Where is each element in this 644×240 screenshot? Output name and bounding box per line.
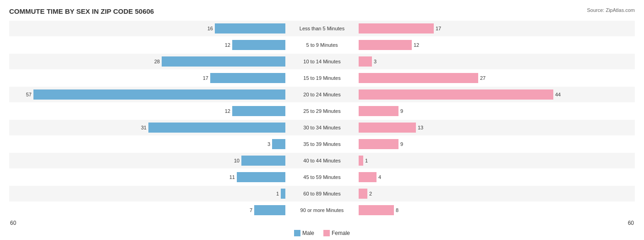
- left-col: 10: [9, 156, 285, 166]
- right-col: 9: [359, 106, 635, 116]
- row-label: 40 to 44 Minutes: [285, 158, 359, 163]
- male-value: 10: [230, 158, 240, 163]
- female-value: 8: [396, 207, 405, 213]
- female-value: 4: [378, 174, 387, 180]
- left-col: 16: [9, 23, 285, 33]
- left-col: 31: [9, 123, 285, 133]
- male-value: 11: [226, 174, 235, 180]
- chart-row: 16Less than 5 Minutes17: [9, 21, 635, 36]
- female-label: Female: [332, 230, 350, 236]
- male-value: 12: [221, 42, 230, 48]
- right-col: 9: [359, 139, 635, 149]
- right-col: 17: [359, 23, 635, 33]
- female-value: 13: [418, 125, 427, 130]
- female-value: 3: [374, 59, 383, 64]
- male-value: 7: [243, 207, 252, 213]
- right-col: 13: [359, 123, 635, 133]
- right-col: 8: [359, 205, 635, 215]
- row-label: 60 to 89 Minutes: [285, 191, 359, 196]
- left-col: 3: [9, 139, 285, 149]
- female-value: 12: [414, 42, 423, 48]
- female-bar: [359, 156, 363, 166]
- row-label: 5 to 9 Minutes: [285, 42, 359, 48]
- chart-row: 160 to 89 Minutes2: [9, 186, 635, 201]
- row-label: 35 to 39 Minutes: [285, 141, 359, 147]
- male-value: 3: [261, 141, 270, 147]
- chart-area: 16Less than 5 Minutes17125 to 9 Minutes1…: [9, 21, 635, 218]
- female-value: 2: [369, 191, 378, 196]
- female-bar: [359, 89, 553, 100]
- left-col: 57: [9, 89, 285, 100]
- left-col: 12: [9, 40, 285, 50]
- female-bar: [359, 73, 478, 83]
- male-value: 28: [151, 59, 160, 64]
- male-value: 1: [270, 191, 279, 196]
- chart-row: 2810 to 14 Minutes3: [9, 54, 635, 69]
- male-bar: [272, 139, 285, 149]
- left-col: 11: [9, 172, 285, 182]
- male-value: 16: [204, 26, 213, 31]
- right-col: 4: [359, 172, 635, 182]
- male-bar: [241, 156, 285, 166]
- legend: Male Female: [9, 230, 635, 236]
- left-col: 1: [9, 189, 285, 199]
- row-label: 25 to 29 Minutes: [285, 108, 359, 114]
- male-value: 57: [22, 92, 32, 97]
- male-bar: [254, 205, 285, 215]
- male-value: 12: [221, 108, 230, 114]
- female-value: 44: [555, 92, 564, 97]
- chart-title: COMMUTE TIME BY SEX IN ZIP CODE 50606: [9, 7, 154, 15]
- female-bar: [359, 172, 377, 182]
- male-bar: [215, 23, 285, 33]
- chart-container: COMMUTE TIME BY SEX IN ZIP CODE 50606 So…: [9, 7, 635, 236]
- male-bar: [148, 123, 285, 133]
- chart-row: 125 to 9 Minutes12: [9, 37, 635, 53]
- source-label: Source: ZipAtlas.com: [587, 7, 635, 13]
- row-label: 20 to 24 Minutes: [285, 92, 359, 97]
- chart-row: 1715 to 19 Minutes27: [9, 70, 635, 86]
- female-bar: [359, 106, 398, 116]
- female-bar: [359, 205, 394, 215]
- female-value: 17: [436, 26, 445, 31]
- female-color-box: [323, 230, 330, 236]
- male-bar: [33, 89, 285, 100]
- female-bar: [359, 123, 416, 133]
- female-value: 9: [400, 108, 409, 114]
- right-col: 27: [359, 73, 635, 83]
- row-label: 45 to 59 Minutes: [285, 174, 359, 180]
- female-value: 27: [480, 75, 489, 81]
- outer-label-right: 60: [628, 220, 634, 226]
- outer-label-left: 60: [10, 220, 16, 226]
- right-col: 1: [359, 156, 635, 166]
- left-col: 28: [9, 56, 285, 67]
- male-bar: [237, 172, 285, 182]
- left-col: 7: [9, 205, 285, 215]
- male-bar: [281, 189, 285, 199]
- chart-row: 1040 to 44 Minutes1: [9, 153, 635, 168]
- row-label: 10 to 14 Minutes: [285, 59, 359, 64]
- female-bar: [359, 139, 398, 149]
- left-col: 12: [9, 106, 285, 116]
- male-bar: [232, 40, 285, 50]
- right-col: 44: [359, 89, 635, 100]
- male-label: Male: [302, 230, 314, 236]
- male-bar: [162, 56, 285, 67]
- right-col: 3: [359, 56, 635, 67]
- chart-row: 5720 to 24 Minutes44: [9, 87, 635, 102]
- female-bar: [359, 23, 434, 33]
- row-label: 30 to 34 Minutes: [285, 125, 359, 130]
- female-bar: [359, 189, 367, 199]
- legend-female: Female: [323, 230, 350, 236]
- row-label: 15 to 19 Minutes: [285, 75, 359, 81]
- female-bar: [359, 56, 372, 67]
- female-value: 9: [400, 141, 409, 147]
- chart-row: 1225 to 29 Minutes9: [9, 103, 635, 119]
- right-col: 12: [359, 40, 635, 50]
- chart-row: 790 or more Minutes8: [9, 202, 635, 218]
- header: COMMUTE TIME BY SEX IN ZIP CODE 50606 So…: [9, 7, 635, 15]
- female-value: 1: [365, 158, 374, 163]
- outer-labels: 60 60: [9, 220, 635, 226]
- left-col: 17: [9, 73, 285, 83]
- male-bar: [232, 106, 285, 116]
- male-value: 31: [137, 125, 147, 130]
